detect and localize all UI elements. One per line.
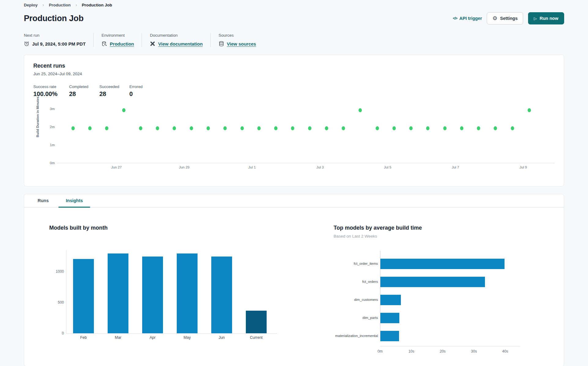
run-duration-dot (291, 126, 294, 130)
chevron-right-icon: › (76, 2, 77, 7)
breadcrumb: Deploy › Production › Production Job (24, 2, 564, 7)
build-duration-plot-area: 0m1m2m3mJun 27Jun 29Jul 1Jul 3Jul 5Jul 7… (57, 108, 555, 163)
run-duration-dot (477, 126, 480, 130)
bars-group: fct_order_itemsfct_ordersdim_customersdi… (380, 251, 520, 341)
y-axis-tick: 0 (52, 331, 64, 335)
bar-fct_order_items (380, 259, 505, 269)
x-axis-tick: Jun 27 (111, 165, 122, 169)
models-built-title: Models built by month (49, 225, 294, 231)
y-axis-tick: 2m (40, 125, 55, 129)
runs-insights-card: Runs Insights Models built by month 0500… (24, 194, 564, 366)
x-axis-tick: 30s (471, 349, 477, 353)
y-axis-tick: 0m (40, 161, 55, 165)
documentation-value: View documentation (150, 41, 203, 46)
run-duration-dot (443, 126, 446, 130)
models-built-plot-area: 05001000FebMarAprMayJunCurrent (66, 250, 277, 334)
x-axis-tick: 10s (409, 349, 414, 353)
x-axis-tick: 0m (378, 349, 383, 353)
breadcrumb-production[interactable]: Production (49, 3, 71, 7)
tab-row: Runs Insights (24, 194, 564, 208)
sources-value: View sources (219, 41, 256, 46)
run-duration-dot (375, 126, 379, 130)
run-duration-dot (139, 126, 142, 130)
bar-row: fct_orders (380, 277, 520, 287)
run-duration-dot (122, 108, 125, 112)
bar-row: dim_customers (380, 295, 520, 305)
api-trigger-link[interactable]: </> API trigger (453, 16, 482, 21)
view-sources-link[interactable]: View sources (227, 41, 256, 46)
run-duration-dot (342, 126, 345, 130)
stat-success-rate: Success rate 100.00% (33, 84, 69, 98)
stat-errored: Errored 0 (129, 84, 142, 98)
environment-label: Environment (102, 33, 134, 38)
bar-row: fct_order_items (380, 259, 520, 269)
run-now-button[interactable]: ▷ Run now (528, 12, 564, 24)
run-duration-dot (156, 126, 159, 130)
run-duration-dot (527, 108, 531, 112)
x-axis-tick: Jul 9 (520, 165, 527, 169)
database-icon (219, 41, 224, 46)
x-axis-category: Current (246, 335, 267, 340)
run-duration-dot (409, 126, 413, 130)
bar-dim_parts (380, 313, 399, 323)
x-axis-tick: Jul 1 (248, 165, 256, 169)
x-axis-tick: Jul 7 (452, 165, 459, 169)
code-brackets-icon: </> (453, 16, 457, 20)
bar-feb (73, 259, 94, 333)
environment-icon (102, 41, 107, 46)
next-run-label: Next run (24, 33, 86, 38)
bar-fct_orders (380, 277, 485, 287)
y-axis-tick: 1m (40, 143, 55, 147)
settings-button[interactable]: ⚙ Settings (487, 12, 523, 24)
recent-runs-stats: Success rate 100.00% Completed 28 Succee… (33, 84, 555, 98)
tab-runs[interactable]: Runs (30, 194, 56, 207)
run-now-label: Run now (540, 16, 558, 21)
bar-apr (142, 257, 163, 333)
run-duration-dot (105, 126, 109, 130)
documentation-section: Documentation View documentation (142, 33, 211, 47)
recent-runs-card: Recent runs Jun 25, 2024–Jul 09, 2024 Su… (24, 54, 564, 187)
x-axis-category: Mar (108, 335, 128, 340)
y-axis-tick: 3m (40, 107, 55, 111)
top-models-title: Top models by average build time (334, 225, 552, 231)
top-models-chart: Top models by average build time Based o… (334, 225, 552, 354)
top-models-subtitle: Based on Last 2 Weeks (334, 234, 552, 238)
header-actions: </> API trigger ⚙ Settings ▷ Run now (453, 12, 564, 24)
x-axis-category: Feb (73, 335, 94, 340)
y-axis-category: fct_orders (334, 280, 378, 283)
next-run-section: Next run Jul 9, 2024, 5:00 PM PDT (24, 33, 94, 47)
run-duration-dot (173, 126, 176, 130)
breadcrumb-deploy[interactable]: Deploy (24, 3, 38, 7)
run-duration-dot (240, 126, 244, 130)
environment-value: Production (102, 41, 134, 46)
bar-mar (108, 253, 128, 333)
run-duration-dot (274, 126, 278, 130)
run-duration-dot (257, 126, 261, 130)
next-run-value: Jul 9, 2024, 5:00 PM PDT (24, 41, 86, 46)
bar-materialization_incremental (380, 331, 399, 341)
y-axis-category: dim_parts (334, 316, 378, 320)
environment-link[interactable]: Production (110, 41, 134, 46)
run-duration-dot (71, 126, 75, 130)
tab-insights[interactable]: Insights (58, 194, 90, 207)
page-title: Production Job (24, 14, 83, 23)
view-documentation-link[interactable]: View documentation (158, 41, 203, 46)
run-duration-dot (325, 126, 328, 130)
x-axis-tick: 40s (502, 349, 508, 353)
bar-current (246, 311, 267, 333)
sources-label: Sources (219, 33, 256, 38)
bar-jun (211, 257, 232, 333)
alarm-clock-icon (24, 41, 29, 46)
y-axis-category: materialization_incremental (334, 334, 378, 338)
build-duration-chart: Build Duration in Minutes 0m1m2m3mJun 27… (33, 108, 555, 173)
run-duration-dot (392, 126, 396, 130)
api-trigger-label: API trigger (459, 16, 482, 21)
run-duration-dot (88, 126, 92, 130)
dbt-logo-icon (150, 41, 155, 46)
top-models-plot-area: fct_order_itemsfct_ordersdim_customersdi… (334, 251, 552, 354)
x-axis: 0m10s20s30s40s (380, 346, 520, 354)
x-axis-tick: Jun 29 (179, 165, 190, 169)
build-duration-y-axis-label: Build Duration in Minutes (36, 97, 39, 137)
x-axis-category: May (177, 335, 198, 340)
run-duration-dot (511, 126, 514, 130)
